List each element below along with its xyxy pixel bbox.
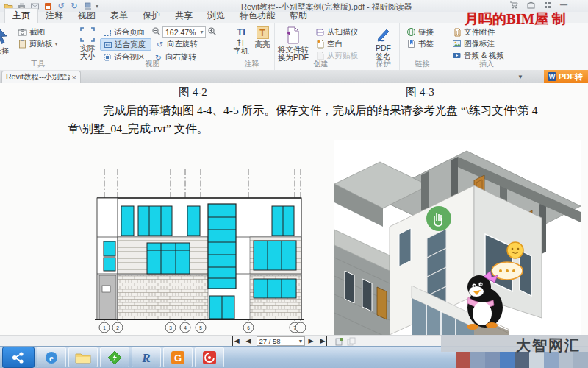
tab-browse[interactable]: 浏览: [200, 9, 232, 23]
word-icon: W: [548, 72, 556, 81]
from-scanner-button[interactable]: 从扫描仪: [313, 26, 360, 38]
tab-form[interactable]: 表单: [103, 9, 135, 23]
group-label-link: 链接: [400, 59, 445, 69]
start-logo-icon: [11, 351, 26, 364]
group-label-create: 创建: [275, 59, 367, 69]
next-page-button[interactable]: ▶: [306, 336, 315, 346]
green-diamond-icon: [107, 350, 122, 365]
link-button[interactable]: 链接: [404, 26, 445, 38]
figure-caption-4-2: 图 4-2: [179, 85, 207, 99]
scanner-icon: [315, 27, 325, 37]
signature-pen-icon: [376, 26, 392, 43]
ribbon-group-view: 实际大小 适合页面 162.47% ▾: [76, 23, 229, 70]
tab-help[interactable]: 帮助: [282, 9, 315, 23]
typewriter-button[interactable]: TI 打字机: [232, 25, 251, 57]
fit-width-icon: [103, 40, 112, 49]
image-annotation-button[interactable]: 图像标注: [450, 38, 528, 49]
tab-protect[interactable]: 保护: [135, 9, 168, 23]
ribbon-group-comment: TI 打字机 T 高亮 注释: [229, 23, 275, 70]
group-label-tools: 工具: [0, 59, 76, 69]
tab-special-features[interactable]: 特色功能: [232, 9, 282, 23]
svg-text:R: R: [141, 351, 150, 365]
fit-page-icon: [102, 27, 112, 37]
ribbon-group-insert: 文件附件 图像标注 音频 & 视频 插入: [445, 23, 528, 70]
desktop: ↺ ↻ ▾ Revit教程--小别墅案例(完整版).pdf - 福昕阅读器 — …: [0, 0, 588, 368]
typewriter-icon: TI: [237, 26, 245, 38]
tab-view[interactable]: 视图: [71, 9, 103, 23]
page-dropdown-icon[interactable]: ▼: [298, 339, 304, 344]
figure-caption-4-3: 图 4-3: [406, 85, 434, 99]
taskbar-orange-browser[interactable]: G: [163, 347, 193, 367]
ie-icon: e: [44, 350, 59, 365]
actual-size-icon: [79, 26, 96, 43]
blank-page-icon: [315, 39, 325, 49]
highlight-icon: T: [257, 26, 269, 39]
document-tab-label: Revit教程--小别墅案...: [6, 72, 70, 82]
bookmark-icon: [406, 39, 416, 49]
pdf-to-word-button[interactable]: W PDF转: [544, 70, 588, 83]
tab-share[interactable]: 共享: [168, 9, 200, 23]
actual-size-button[interactable]: 实际大小: [77, 25, 98, 62]
music-icon: [202, 350, 217, 365]
cursor-highlight-icon: [426, 206, 451, 231]
taskbar-internet-explorer[interactable]: e: [37, 347, 66, 367]
revit-icon: R: [139, 350, 154, 365]
fit-page-button[interactable]: 适合页面: [100, 26, 150, 38]
start-button[interactable]: [2, 347, 35, 368]
screenshot-button[interactable]: 截图: [15, 26, 60, 38]
svg-text:2: 2: [116, 325, 119, 330]
document-convert-icon: [286, 26, 301, 44]
ribbon: 选择 截图 剪贴板 ▾ 工具: [0, 23, 588, 71]
ribbon-group-protect: PDF签名 保护: [368, 23, 400, 70]
folder-icon: [75, 351, 91, 364]
last-page-button[interactable]: ▶: [318, 336, 327, 346]
rotate-left-button[interactable]: ↺ 向左旋转: [153, 38, 200, 49]
zoom-level-field[interactable]: 162.47% ▾: [162, 26, 206, 38]
bookmark-button[interactable]: 书签: [404, 38, 445, 49]
clipboard-button[interactable]: 剪贴板 ▾: [15, 38, 60, 49]
ribbon-group-create: 将文件转换为PDF 从扫描仪 空白: [275, 23, 368, 70]
camera-icon: [18, 27, 27, 37]
document-tab[interactable]: Revit教程--小别墅案... ×: [1, 71, 81, 83]
group-label-comment: 注释: [229, 59, 274, 69]
pdf-sign-button[interactable]: PDF签名: [373, 25, 394, 62]
svg-text:e: e: [49, 352, 54, 363]
first-page-button[interactable]: ◀: [232, 336, 241, 346]
rotate-left-icon: ↺: [155, 39, 165, 49]
duplicate-page-icon[interactable]: [347, 337, 356, 346]
group-label-insert: 插入: [445, 59, 528, 69]
tab-list-dropdown-icon[interactable]: ▼: [517, 74, 523, 80]
taskbar-revit[interactable]: R: [132, 347, 161, 367]
video-watermark-top: 月吗的BIM屋 制: [465, 10, 566, 29]
clipboard-dropdown-icon: ▾: [55, 40, 58, 47]
svg-text:5: 5: [199, 325, 202, 330]
zoom-in-icon[interactable]: [207, 26, 217, 36]
curtain-wall: [208, 204, 236, 289]
tab-close-icon[interactable]: ×: [72, 73, 76, 82]
body-paragraph: 完成后的幕墙如图 4-4、4-5 所示。保存文件，完成后的结果请参考光盘 “\练…: [68, 101, 579, 138]
blank-pdf-button[interactable]: 空白: [313, 38, 360, 49]
taskbar-file-explorer[interactable]: [68, 347, 98, 367]
svg-text:G: G: [174, 353, 182, 364]
tab-home[interactable]: 主页: [4, 8, 38, 23]
cursor-arrow-icon: [0, 26, 10, 46]
zoom-out-icon[interactable]: [151, 26, 161, 36]
convert-to-pdf-button[interactable]: 将文件转换为PDF: [276, 25, 311, 63]
image-icon: [452, 39, 462, 49]
svg-text:6: 6: [247, 325, 250, 330]
highlight-button[interactable]: T 高亮: [253, 25, 273, 50]
group-label-protect: 保护: [368, 59, 399, 69]
select-tool-button[interactable]: 选择: [0, 25, 12, 57]
svg-text:3: 3: [169, 325, 172, 330]
tab-comment[interactable]: 注释: [38, 9, 71, 23]
ribbon-group-link: 链接 书签 链接: [400, 23, 445, 70]
globe-link-icon: [406, 27, 416, 37]
svg-text:7: 7: [293, 325, 296, 330]
fit-width-button[interactable]: 适合宽度: [100, 38, 151, 51]
taskbar-green-app[interactable]: [100, 347, 129, 367]
new-tab-from-page-icon[interactable]: [335, 337, 344, 346]
attachment-icon: [452, 27, 462, 37]
document-tab-bar: Revit教程--小别墅案... × ▼ W PDF转: [0, 70, 588, 84]
taskbar-netease-music[interactable]: [195, 347, 224, 367]
previous-page-button[interactable]: ◀: [245, 336, 253, 346]
